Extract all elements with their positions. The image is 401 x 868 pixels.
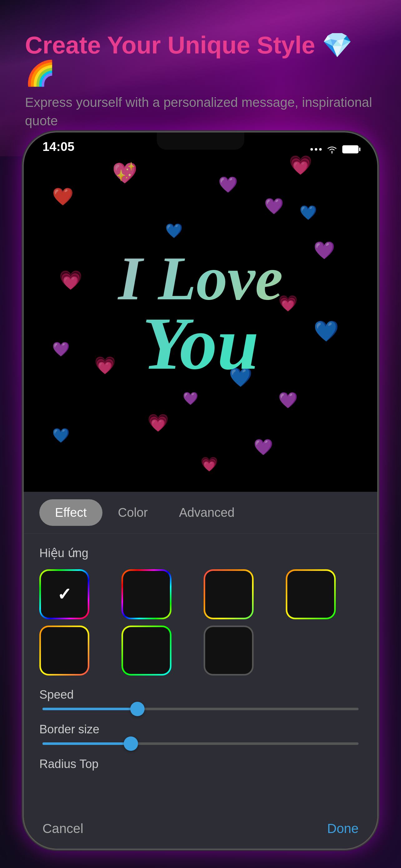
control-panel: Effect Color Advanced Hiệu ứng ✓ (24, 492, 377, 849)
radius-top-section: Radius Top (39, 757, 362, 771)
bottom-bar: Cancel Done (24, 821, 377, 836)
speed-fill (42, 708, 137, 710)
signal-dot-1 (310, 148, 313, 151)
tab-bar: Effect Color Advanced (24, 492, 377, 534)
signal-dot-2 (315, 148, 317, 151)
phone-screen: 14:05 ❤️ 💖 💜 (24, 132, 377, 849)
swatch-5[interactable] (39, 625, 89, 676)
tab-color[interactable]: Color (102, 499, 164, 526)
header-section: Create Your Unique Style 💎🌈 Express your… (25, 31, 376, 130)
love-line1: I Love (24, 247, 377, 310)
preview-area: ❤️ 💖 💜 💗 💙 💜 💗 💗 💙 💜 💗 💙 💜 💗 💙 💜 💗 💙 💜 (24, 132, 377, 492)
header-subtitle: Express yourself with a personalized mes… (25, 93, 376, 130)
status-icons (310, 145, 359, 154)
notch (157, 132, 244, 150)
done-button[interactable]: Done (327, 821, 359, 836)
speed-section: Speed (39, 688, 362, 710)
speed-track[interactable] (42, 708, 359, 710)
swatch-4[interactable] (286, 569, 336, 619)
swatch-1[interactable]: ✓ (39, 569, 89, 619)
battery-icon (342, 145, 359, 153)
swatch-6[interactable] (122, 625, 171, 676)
love-text: I Love You (24, 247, 377, 377)
swatch-3[interactable] (204, 569, 254, 619)
radius-top-label: Radius Top (39, 757, 362, 771)
tab-effect[interactable]: Effect (39, 499, 102, 526)
phone-frame: 14:05 ❤️ 💖 💜 (23, 131, 378, 850)
cancel-button[interactable]: Cancel (42, 821, 83, 836)
signal-dot-3 (319, 148, 322, 151)
content-area: Hiệu ứng ✓ (24, 534, 377, 796)
swatch-placeholder (286, 625, 336, 676)
effect-section-label: Hiệu ứng (39, 546, 362, 560)
header-title: Create Your Unique Style 💎🌈 (25, 31, 376, 87)
swatch-7[interactable] (204, 625, 254, 676)
border-size-thumb[interactable] (124, 737, 138, 751)
border-size-fill (42, 742, 131, 745)
border-size-track[interactable] (42, 742, 359, 745)
swatches-row-2 (39, 625, 362, 676)
signal-icon (310, 148, 322, 151)
wifi-icon (326, 145, 338, 154)
border-size-label: Border size (39, 723, 362, 736)
love-line2: You (24, 310, 377, 377)
swatch-check-1: ✓ (57, 584, 71, 604)
tab-advanced[interactable]: Advanced (163, 499, 250, 526)
speed-thumb[interactable] (130, 702, 144, 716)
speed-label: Speed (39, 688, 362, 702)
swatches-row-1: ✓ (39, 569, 362, 619)
border-size-section: Border size (39, 723, 362, 745)
status-time: 14:05 (42, 140, 74, 154)
swatch-2[interactable] (122, 569, 171, 619)
